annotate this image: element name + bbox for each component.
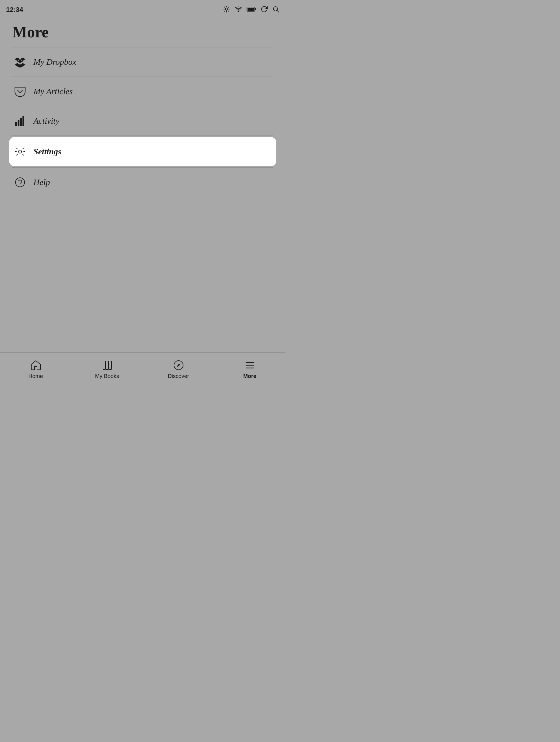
nav-mybooks-label: My Books xyxy=(95,373,119,379)
battery-icon xyxy=(246,6,256,14)
nav-item-home[interactable]: Home xyxy=(0,359,71,379)
wifi-icon xyxy=(234,5,242,14)
svg-rect-23 xyxy=(20,118,22,126)
svg-point-13 xyxy=(273,7,278,11)
status-time: 12:34 xyxy=(6,6,23,14)
menu-item-settings-label: Settings xyxy=(34,147,61,156)
svg-line-8 xyxy=(228,7,229,7)
svg-point-25 xyxy=(18,150,21,153)
svg-line-4 xyxy=(228,11,229,11)
menu-list: My Dropbox My Articles Activity xyxy=(0,47,285,197)
svg-rect-11 xyxy=(255,8,256,10)
brightness-icon xyxy=(223,5,230,14)
nav-item-more[interactable]: More xyxy=(214,359,285,379)
status-bar: 12:34 xyxy=(0,0,285,18)
nav-home-label: Home xyxy=(28,373,43,379)
nav-item-discover[interactable]: Discover xyxy=(143,359,214,379)
menu-item-activity-label: Activity xyxy=(34,116,60,126)
divider-5 xyxy=(12,197,273,197)
svg-point-26 xyxy=(15,178,24,187)
svg-line-14 xyxy=(277,10,279,12)
page-title: More xyxy=(0,18,285,47)
nav-item-mybooks[interactable]: My Books xyxy=(71,359,143,379)
svg-line-3 xyxy=(224,7,225,7)
menu-item-dropbox-label: My Dropbox xyxy=(34,57,76,67)
activity-icon xyxy=(12,113,28,129)
mybooks-icon xyxy=(101,359,114,372)
svg-rect-28 xyxy=(103,361,105,369)
svg-point-27 xyxy=(20,184,20,185)
pocket-icon xyxy=(12,84,28,99)
svg-rect-22 xyxy=(18,120,19,126)
svg-point-9 xyxy=(238,11,239,11)
sync-icon xyxy=(261,5,268,14)
svg-line-7 xyxy=(224,11,225,11)
svg-rect-30 xyxy=(109,361,111,369)
menu-item-help[interactable]: Help xyxy=(0,168,285,197)
divider-3 xyxy=(12,136,273,136)
svg-marker-32 xyxy=(177,363,180,367)
svg-point-0 xyxy=(225,8,228,10)
home-icon xyxy=(29,359,43,372)
settings-icon xyxy=(12,144,28,160)
menu-item-dropbox[interactable]: My Dropbox xyxy=(0,47,285,76)
menu-item-articles-label: My Articles xyxy=(34,87,72,96)
search-icon[interactable] xyxy=(272,5,279,14)
svg-rect-12 xyxy=(247,8,254,11)
svg-rect-24 xyxy=(22,116,24,126)
menu-item-help-label: Help xyxy=(34,177,50,187)
status-icons xyxy=(223,5,279,14)
menu-item-articles[interactable]: My Articles xyxy=(0,77,285,106)
menu-item-settings[interactable]: Settings xyxy=(9,137,276,166)
nav-discover-label: Discover xyxy=(168,373,189,379)
nav-more-label: More xyxy=(243,373,256,379)
svg-rect-21 xyxy=(15,122,17,126)
bottom-nav: Home My Books Discover xyxy=(0,353,285,386)
help-icon xyxy=(12,174,28,190)
menu-item-activity[interactable]: Activity xyxy=(0,106,285,136)
svg-rect-29 xyxy=(106,361,108,369)
dropbox-icon xyxy=(12,54,28,70)
discover-icon xyxy=(172,359,185,372)
more-icon xyxy=(243,359,257,372)
